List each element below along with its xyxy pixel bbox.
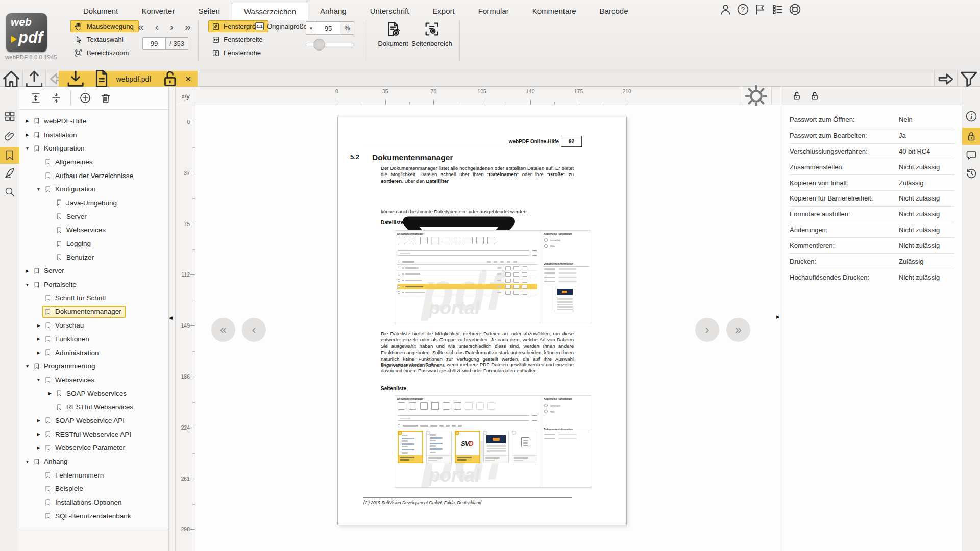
first-page-button[interactable]: « <box>138 21 144 32</box>
mini-page-tile[interactable] <box>426 431 452 463</box>
mini-file-row[interactable] <box>397 265 537 271</box>
mini-header-checkbox[interactable] <box>398 261 400 263</box>
previous-page-circle-button[interactable]: ‹ <box>242 318 266 342</box>
mini-file-row[interactable] <box>397 290 537 295</box>
tree-item[interactable]: ▼Programmierung <box>19 359 168 373</box>
file-tab-webpdf[interactable]: webpdf.pdf ✕ <box>59 71 198 87</box>
mini-row-checkbox[interactable] <box>398 267 400 269</box>
mini-row-button[interactable] <box>513 291 519 295</box>
mini-toolbar-icon[interactable] <box>420 237 428 244</box>
support-icon[interactable] <box>789 3 801 16</box>
fit-button-fith[interactable]: Fensterhöhe <box>208 47 268 59</box>
mini-row-button[interactable] <box>522 285 527 289</box>
watermark-target-seitenbereich[interactable]: Seitenbereich <box>412 19 451 51</box>
tree-item[interactable]: Server <box>19 210 168 223</box>
watermark-target-dokument[interactable]: Dokument <box>374 19 412 51</box>
mini-row-button[interactable] <box>513 266 519 270</box>
delete-bookmark-icon[interactable] <box>100 92 112 104</box>
tree-item[interactable]: ▼Anhang <box>19 455 168 468</box>
mini-toolbar-icon[interactable] <box>476 402 484 410</box>
menu-tab-wasserzeichen[interactable]: Wasserzeichen <box>232 3 308 20</box>
mini-row-button[interactable] <box>505 272 511 277</box>
mini-list-toggle[interactable] <box>532 415 537 421</box>
mode-button-hand[interactable]: Mausbewegung <box>70 20 139 32</box>
menu-tab-dokument[interactable]: Dokument <box>71 3 130 20</box>
mini-row-checkbox[interactable] <box>398 285 400 288</box>
help-icon[interactable]: ? <box>737 3 749 16</box>
tree-collapsed-icon[interactable]: ▶ <box>35 432 42 437</box>
tree-collapsed-icon[interactable]: ▶ <box>23 118 31 123</box>
tree-item[interactable]: ▶SOAP Webservice API <box>19 414 168 428</box>
tree-item[interactable]: ▼Webservices <box>19 373 168 387</box>
tree-item[interactable]: ▶Server <box>19 264 168 278</box>
mini-row-button[interactable] <box>522 279 527 283</box>
mini-row-button[interactable] <box>522 266 527 270</box>
security-icon[interactable] <box>965 130 977 142</box>
tree-expanded-icon[interactable]: ▼ <box>35 377 42 382</box>
upload-button[interactable] <box>23 71 46 87</box>
tree-collapsed-icon[interactable]: ▶ <box>35 336 42 341</box>
mini-toolbar-icon[interactable] <box>409 237 416 244</box>
mini-file-row[interactable] <box>397 271 537 277</box>
tree-item[interactable]: ▼Konfiguration <box>19 141 168 155</box>
menu-tab-formular[interactable]: Formular <box>467 3 521 20</box>
mini-file-row[interactable] <box>397 284 537 289</box>
mini-toolbar-icon[interactable] <box>409 402 416 410</box>
mini-page-tile[interactable] <box>398 431 423 463</box>
page-viewport[interactable]: webPDF Online-Hilfe 92 5.2 Dokumentenman… <box>196 106 782 551</box>
tree-item[interactable]: Schritt für Schritt <box>19 291 168 305</box>
next-page-circle-button[interactable]: › <box>695 318 719 342</box>
flag-icon[interactable] <box>754 3 767 16</box>
mini-grid-toggle[interactable] <box>532 250 537 256</box>
mini-toolbar-icon[interactable] <box>487 237 495 244</box>
tree-expanded-icon[interactable]: ▼ <box>23 282 31 287</box>
menu-tab-konverter[interactable]: Konverter <box>130 3 186 20</box>
attachments-icon[interactable] <box>4 130 16 142</box>
mode-button-zoomarea[interactable]: Bereichszoom <box>70 47 139 59</box>
menu-tab-seiten[interactable]: Seiten <box>186 3 232 20</box>
mini-page-tile[interactable] <box>483 431 509 463</box>
mini-toolbar-icon[interactable] <box>476 237 484 244</box>
search-icon[interactable] <box>4 186 16 198</box>
mini-toolbar-icon[interactable] <box>398 237 405 244</box>
tree-collapsed-icon[interactable]: ▶ <box>35 445 42 450</box>
mini-toolbar-icon[interactable] <box>487 402 495 410</box>
tree-item[interactable]: Allgemeines <box>19 155 168 169</box>
tab-close-button[interactable]: ✕ <box>185 74 191 84</box>
last-page-circle-button[interactable]: » <box>726 318 750 342</box>
tree-collapsed-icon[interactable]: ▶ <box>35 323 42 328</box>
zoom-dropdown-button[interactable]: ▼ <box>306 21 316 35</box>
next-page-button[interactable]: › <box>170 21 174 32</box>
tree-item[interactable]: ▶Webservice Parameter <box>19 441 168 455</box>
mini-toolbar-icon[interactable] <box>431 237 439 244</box>
collapse-left-panel-arrow[interactable]: ◀ <box>169 315 173 320</box>
mini-search-input[interactable] <box>398 250 529 256</box>
ruler-settings-cell[interactable] <box>741 87 772 105</box>
last-page-button[interactable]: » <box>185 21 191 32</box>
mini-toolbar-icon[interactable] <box>398 402 405 410</box>
tree-collapsed-icon[interactable]: ▶ <box>35 350 42 355</box>
history-icon[interactable] <box>965 167 977 180</box>
mini-row-checkbox[interactable] <box>398 273 400 276</box>
tree-item[interactable]: Webservices <box>19 223 168 237</box>
mini-row-button[interactable] <box>505 291 511 295</box>
signature-icon[interactable] <box>4 167 16 179</box>
mini-row-button[interactable] <box>505 279 511 283</box>
tree-item[interactable]: RESTful Webservices <box>19 400 168 414</box>
comments-icon[interactable] <box>965 149 977 161</box>
mini-row-button[interactable] <box>513 285 519 289</box>
zoom-value-input[interactable]: 95 <box>316 21 340 35</box>
mini-row-button[interactable] <box>522 291 527 295</box>
page-number-input[interactable]: 99 <box>142 37 166 50</box>
tree-item[interactable]: ▼Portalseite <box>19 278 168 291</box>
menu-tab-unterschrift[interactable]: Unterschrift <box>358 3 421 20</box>
menu-tab-kommentare[interactable]: Kommentare <box>521 3 588 20</box>
mini-row-button[interactable] <box>513 279 519 283</box>
tree-item[interactable]: Aufbau der Verzeichnisse <box>19 169 168 183</box>
pdf-page[interactable]: webPDF Online-Hilfe 92 5.2 Dokumentenman… <box>337 117 627 525</box>
menu-tab-barcode[interactable]: Barcode <box>588 3 640 20</box>
tree-collapsed-icon[interactable]: ▶ <box>35 418 42 423</box>
menu-tab-anhang[interactable]: Anhang <box>308 3 358 20</box>
mini-page-tile[interactable] <box>512 431 537 463</box>
mini-file-row[interactable] <box>397 278 537 283</box>
